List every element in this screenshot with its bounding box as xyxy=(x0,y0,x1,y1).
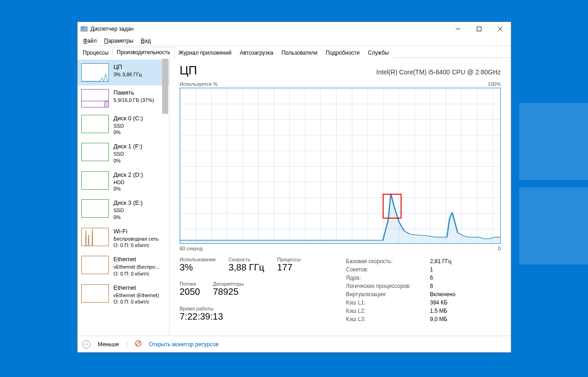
task-manager-window: Диспетчер задач ФайлПараметрыВид Процесс… xyxy=(77,22,511,353)
sidebar-item-line: 0% xyxy=(113,129,143,135)
minimize-button[interactable] xyxy=(447,22,469,36)
sidebar-item-line: SSD xyxy=(113,151,142,157)
graph-label-br: 0 xyxy=(498,246,501,251)
svg-rect-6 xyxy=(82,29,84,30)
detail-row: Кэш L3:9,0 МБ xyxy=(346,315,455,323)
sidebar-item-3[interactable]: Диск 1 (F:)SSD0% xyxy=(78,139,169,167)
svg-rect-8 xyxy=(477,27,481,31)
tab-6[interactable]: Службы xyxy=(364,47,393,58)
graph-label-tr: 100% xyxy=(488,81,501,87)
sidebar-thumb xyxy=(81,115,109,133)
sidebar-thumb xyxy=(81,171,109,190)
stat-Процессы: Процессы177 xyxy=(277,257,300,275)
open-resource-monitor-link[interactable]: Открыть монитор ресурсов xyxy=(149,341,219,348)
detail-row: Сокетов:1 xyxy=(346,266,455,273)
tab-bar: ПроцессыПроизводительностьЖурнал приложе… xyxy=(78,46,511,58)
stat-Время работы: Время работы7:22:39:13 xyxy=(180,306,327,324)
sidebar-item-line: 3% 3,88 ГГц xyxy=(113,71,142,78)
graph-label-bl: 60 секунд xyxy=(180,246,203,251)
app-icon xyxy=(80,25,88,33)
svg-rect-3 xyxy=(519,187,588,264)
detail-row: Кэш L1:384 КБ xyxy=(346,299,455,306)
sidebar-item-5[interactable]: Диск 3 (E:)SSD0% xyxy=(78,196,169,224)
detail-row: Логических процессоров:6 xyxy=(346,282,455,290)
svg-rect-11 xyxy=(105,101,109,107)
sidebar-thumb xyxy=(81,63,109,82)
fewer-details-link[interactable]: Меньше xyxy=(98,341,119,348)
close-button[interactable] xyxy=(490,22,511,36)
collapse-icon[interactable] xyxy=(82,340,90,349)
sidebar-item-line: О: 0 П: 0 кбит/с xyxy=(113,270,159,277)
sidebar-item-8[interactable]: EthernetvEthernet (Ethernet)О: 0 П: 0 кб… xyxy=(78,281,169,309)
stats-details: Базовая скорость:2,81 ГГцСокетов:1Ядра:6… xyxy=(345,257,456,324)
sidebar-thumb xyxy=(81,89,109,107)
sidebar-thumb xyxy=(81,256,109,274)
resmon-icon xyxy=(135,340,141,348)
footer: Меньше | Открыть монитор ресурсов xyxy=(78,336,511,352)
detail-row: Кэш L2:1,5 МБ xyxy=(346,307,455,315)
menubar: ФайлПараметрыВид xyxy=(78,36,511,46)
tab-4[interactable]: Пользователи xyxy=(277,47,322,58)
sidebar-item-line: vEthernet (Ethernet) xyxy=(113,292,159,298)
sidebar-item-1[interactable]: Память5,9/16,0 ГБ (37%) xyxy=(78,85,169,111)
sidebar-item-line: 5,9/16,0 ГБ (37%) xyxy=(113,97,154,103)
sidebar-item-title: Диск 2 (D:) xyxy=(113,171,143,179)
tab-5[interactable]: Подробности xyxy=(322,47,364,58)
stat-Использование: Использование3% xyxy=(180,257,216,275)
tab-0[interactable]: Процессы xyxy=(79,47,113,58)
sidebar-item-line: 0% xyxy=(113,214,143,220)
cpu-model: Intel(R) Core(TM) i5-8400 CPU @ 2.80GHz xyxy=(376,68,501,76)
sidebar-item-title: Ethernet xyxy=(113,256,159,264)
stats-summary: Использование3%Скорость3,88 ГГцПроцессы1… xyxy=(180,257,327,324)
stat-Потоки: Потоки2050 xyxy=(180,281,200,299)
sidebar-item-0[interactable]: ЦП3% 3,88 ГГц xyxy=(78,60,169,85)
stat-Скорость: Скорость3,88 ГГц xyxy=(229,257,265,275)
sidebar-item-title: Диск 0 (C:) xyxy=(113,115,143,123)
sidebar-item-2[interactable]: Диск 0 (C:)SSD0% xyxy=(78,111,169,139)
titlebar[interactable]: Диспетчер задач xyxy=(78,22,511,36)
sidebar-item-line: SSD xyxy=(113,207,143,214)
svg-rect-1 xyxy=(519,103,588,180)
sidebar-item-title: Диск 1 (F:) xyxy=(113,143,142,151)
graph-label-tl: Используется % xyxy=(180,81,218,87)
sidebar-thumb xyxy=(81,143,109,161)
sidebar-item-line: HDD xyxy=(113,179,143,186)
sidebar-item-title: Wi-Fi xyxy=(113,228,158,236)
scrollbar-thumb[interactable] xyxy=(162,59,168,114)
svg-line-13 xyxy=(136,342,140,345)
detail-row: Базовая скорость:2,81 ГГц xyxy=(346,258,455,265)
sidebar-item-line: 0% xyxy=(113,158,142,164)
sidebar-thumb xyxy=(81,228,109,246)
menu-вид[interactable]: Вид xyxy=(137,37,154,45)
sidebar-item-title: Ethernet xyxy=(113,284,159,292)
sidebar-item-title: Память xyxy=(113,89,154,97)
main-panel: ЦП Intel(R) Core(TM) i5-8400 CPU @ 2.80G… xyxy=(170,58,511,336)
sidebar-item-title: Диск 3 (E:) xyxy=(113,199,143,207)
sidebar-item-4[interactable]: Диск 2 (D:)HDD0% xyxy=(78,168,169,196)
sidebar-item-7[interactable]: EthernetvEthernet (Беспро...О: 0 П: 0 кб… xyxy=(78,252,169,280)
sidebar-thumb xyxy=(81,284,109,303)
sidebar-thumb xyxy=(81,199,109,218)
tab-2[interactable]: Журнал приложений xyxy=(175,47,236,58)
tab-3[interactable]: Автозагрузка xyxy=(236,47,277,58)
sidebar-item-line: 0% xyxy=(113,186,143,192)
sidebar[interactable]: ЦП3% 3,88 ГГцПамять5,9/16,0 ГБ (37%)Диск… xyxy=(78,58,170,336)
sidebar-item-line: SSD xyxy=(113,123,143,129)
sidebar-item-line: Беспроводная сеть xyxy=(113,236,158,242)
highlight-annotation xyxy=(383,194,401,219)
sidebar-item-6[interactable]: Wi-FiБеспроводная сетьО: 0 П: 0 кбит/с xyxy=(78,224,169,252)
sidebar-item-line: О: 0 П: 0 кбит/с xyxy=(113,242,158,248)
sidebar-scrollbar[interactable] xyxy=(161,58,169,336)
cpu-graph xyxy=(180,88,501,244)
detail-row: Ядра:6 xyxy=(346,274,455,281)
tab-1[interactable]: Производительность xyxy=(113,47,174,58)
detail-row: Виртуализация:Включено xyxy=(346,291,455,298)
maximize-button[interactable] xyxy=(469,22,490,36)
sidebar-item-title: ЦП xyxy=(113,63,142,71)
sidebar-item-line: vEthernet (Беспро... xyxy=(113,264,159,270)
menu-параметры[interactable]: Параметры xyxy=(101,37,137,45)
window-title: Диспетчер задач xyxy=(90,26,134,32)
menu-файл[interactable]: Файл xyxy=(79,37,101,45)
main-title: ЦП xyxy=(180,63,197,78)
svg-rect-5 xyxy=(82,28,84,28)
